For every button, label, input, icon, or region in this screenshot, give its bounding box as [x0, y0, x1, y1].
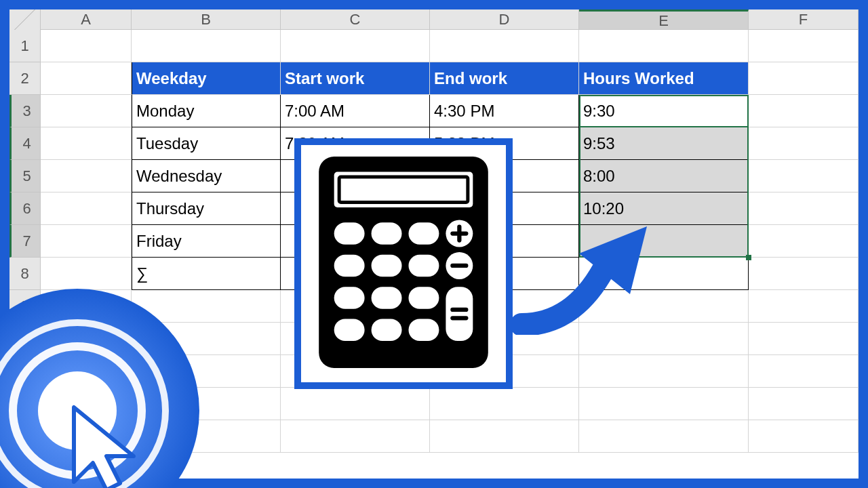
svg-rect-8 — [372, 255, 402, 277]
cell-f5[interactable] — [749, 160, 859, 192]
cell-b8[interactable]: ∑ — [132, 258, 281, 290]
calculator-icon — [318, 157, 489, 371]
cell-a3[interactable] — [41, 95, 132, 127]
svg-rect-17 — [446, 287, 473, 341]
fill-handle[interactable] — [746, 255, 751, 260]
cell-f8[interactable] — [749, 258, 859, 290]
cell-d1[interactable] — [430, 30, 579, 62]
cell-e5[interactable]: 8:00 — [579, 160, 749, 192]
cell-a7[interactable] — [41, 225, 132, 258]
cell-b1[interactable] — [132, 30, 281, 62]
cell-f2[interactable] — [749, 62, 859, 95]
svg-rect-16 — [408, 319, 439, 341]
select-all-corner[interactable] — [9, 9, 41, 30]
cell-d3[interactable]: 4:30 PM — [430, 95, 579, 127]
svg-rect-13 — [408, 287, 439, 308]
col-header-b[interactable]: B — [132, 9, 281, 29]
cell-b2[interactable]: Weekday — [132, 62, 281, 95]
cell-a5[interactable] — [41, 160, 132, 192]
cell-a6[interactable] — [41, 192, 132, 225]
svg-rect-7 — [334, 255, 365, 277]
cell-f7[interactable] — [749, 225, 859, 258]
row-header-2[interactable]: 2 — [9, 62, 41, 95]
cell-f6[interactable] — [749, 192, 859, 225]
app-frame: A B C D E F 1 2 Weekday Start — [0, 0, 868, 488]
cell-a1[interactable] — [41, 30, 132, 62]
cell-a4[interactable] — [41, 127, 132, 160]
row-header-7[interactable]: 7 — [9, 225, 41, 258]
cell-e4[interactable]: 9:53 — [579, 127, 749, 160]
svg-rect-4 — [372, 222, 402, 244]
cell-b7[interactable]: Friday — [132, 225, 281, 258]
svg-rect-11 — [334, 287, 365, 308]
cell-b9[interactable] — [132, 290, 281, 323]
svg-rect-9 — [408, 255, 439, 277]
cell-b6[interactable]: Thursday — [132, 192, 281, 225]
row-header-5[interactable]: 5 — [9, 160, 41, 192]
cell-e7[interactable] — [579, 225, 749, 258]
row-header-6[interactable]: 6 — [9, 192, 41, 225]
cell-e2[interactable]: Hours Worked — [579, 62, 749, 95]
svg-rect-3 — [334, 222, 365, 244]
svg-rect-12 — [372, 287, 402, 308]
row-header-3[interactable]: 3 — [9, 95, 41, 127]
cell-b5[interactable]: Wednesday — [132, 160, 281, 192]
calculator-card — [294, 138, 513, 389]
cell-b4[interactable]: Tuesday — [132, 127, 281, 160]
cell-e8[interactable] — [579, 258, 749, 290]
cell-d2[interactable]: End work — [430, 62, 579, 95]
cell-e6[interactable]: 10:20 — [579, 192, 749, 225]
row-header-4[interactable]: 4 — [9, 127, 41, 160]
cell-e9[interactable] — [579, 290, 749, 323]
cell-f1[interactable] — [749, 30, 859, 62]
cell-e3[interactable]: 9:30 — [579, 95, 749, 127]
svg-rect-14 — [334, 319, 365, 341]
cell-a2[interactable] — [41, 62, 132, 95]
col-header-a[interactable]: A — [41, 9, 132, 29]
row-1: 1 — [9, 30, 859, 62]
svg-rect-5 — [408, 222, 439, 244]
col-header-f[interactable]: F — [749, 9, 859, 29]
cell-a9[interactable] — [41, 290, 132, 323]
svg-rect-15 — [372, 319, 402, 341]
row-header-1[interactable]: 1 — [9, 30, 41, 62]
column-headers: A B C D E F — [9, 9, 859, 30]
col-header-e[interactable]: E — [579, 9, 749, 29]
col-header-c[interactable]: C — [281, 9, 430, 29]
cell-c1[interactable] — [281, 30, 430, 62]
cell-c2[interactable]: Start work — [281, 62, 430, 95]
cell-f3[interactable] — [749, 95, 859, 127]
cell-f9[interactable] — [749, 290, 859, 323]
col-header-d[interactable]: D — [430, 9, 579, 29]
row-header-9[interactable]: 9 — [9, 290, 41, 323]
row-header-8[interactable]: 8 — [9, 258, 41, 290]
cell-a8[interactable] — [41, 258, 132, 290]
cell-b3[interactable]: Monday — [132, 95, 281, 127]
cell-e1[interactable] — [579, 30, 749, 62]
row-3: 3 Monday 7:00 AM 4:30 PM 9:30 — [9, 95, 859, 127]
cell-f4[interactable] — [749, 127, 859, 160]
row-2: 2 Weekday Start work End work Hours Work… — [9, 62, 859, 95]
cell-c3[interactable]: 7:00 AM — [281, 95, 430, 127]
